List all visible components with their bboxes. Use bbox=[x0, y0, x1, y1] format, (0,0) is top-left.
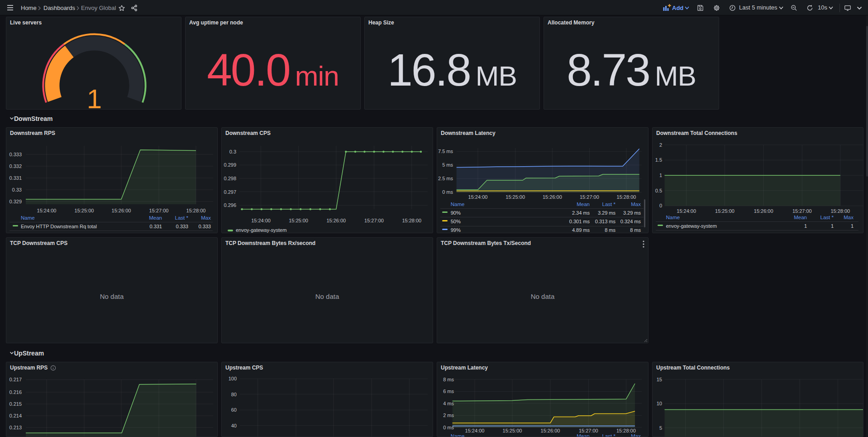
svg-text:15: 15 bbox=[657, 377, 662, 382]
svg-text:15:25:00: 15:25:00 bbox=[506, 194, 525, 200]
svg-text:15:24:00: 15:24:00 bbox=[465, 428, 485, 433]
svg-text:0.329: 0.329 bbox=[9, 199, 22, 204]
svg-text:0.297: 0.297 bbox=[224, 189, 236, 195]
svg-text:15:28:00: 15:28:00 bbox=[830, 208, 850, 214]
svg-text:0.298: 0.298 bbox=[224, 176, 236, 181]
svg-text:0: 0 bbox=[659, 203, 662, 208]
svg-text:15:27:00: 15:27:00 bbox=[580, 194, 599, 200]
svg-text:15:26:00: 15:26:00 bbox=[112, 208, 131, 213]
svg-text:10: 10 bbox=[657, 401, 662, 406]
svg-text:15:25:00: 15:25:00 bbox=[289, 218, 308, 223]
svg-text:0.299: 0.299 bbox=[224, 162, 236, 168]
svg-text:15:27:00: 15:27:00 bbox=[792, 208, 812, 214]
svg-text:15:26:00: 15:26:00 bbox=[326, 218, 346, 223]
svg-text:0.213: 0.213 bbox=[9, 425, 22, 430]
svg-text:5 ms: 5 ms bbox=[442, 162, 453, 168]
svg-text:15:27:00: 15:27:00 bbox=[364, 218, 384, 223]
svg-text:0.3: 0.3 bbox=[229, 149, 236, 154]
svg-text:0 ms: 0 ms bbox=[442, 189, 453, 195]
svg-text:2: 2 bbox=[659, 142, 662, 148]
svg-text:1.5: 1.5 bbox=[655, 157, 662, 163]
svg-text:15:24:00: 15:24:00 bbox=[251, 218, 271, 223]
svg-text:8 ms: 8 ms bbox=[443, 377, 454, 382]
svg-text:1: 1 bbox=[87, 84, 102, 110]
svg-text:0.333: 0.333 bbox=[9, 152, 22, 157]
svg-text:15:28:00: 15:28:00 bbox=[186, 208, 206, 213]
svg-text:15:26:00: 15:26:00 bbox=[541, 428, 560, 433]
svg-text:15:24:00: 15:24:00 bbox=[37, 208, 57, 213]
svg-text:60: 60 bbox=[231, 407, 237, 413]
svg-text:1: 1 bbox=[659, 173, 662, 178]
svg-text:0.5: 0.5 bbox=[655, 188, 662, 193]
svg-text:15:27:00: 15:27:00 bbox=[149, 208, 169, 213]
svg-text:2.5 ms: 2.5 ms bbox=[438, 176, 453, 181]
svg-text:0.214: 0.214 bbox=[9, 413, 22, 418]
svg-text:0.33: 0.33 bbox=[12, 187, 22, 192]
svg-text:80: 80 bbox=[231, 392, 237, 397]
svg-text:15:28:00: 15:28:00 bbox=[616, 428, 636, 433]
svg-text:15:26:00: 15:26:00 bbox=[543, 194, 562, 200]
svg-text:0.296: 0.296 bbox=[224, 202, 236, 208]
svg-text:100: 100 bbox=[229, 376, 237, 381]
svg-text:15:28:00: 15:28:00 bbox=[402, 218, 421, 223]
svg-text:5: 5 bbox=[659, 425, 662, 431]
svg-text:15:28:00: 15:28:00 bbox=[617, 194, 636, 200]
svg-text:0.332: 0.332 bbox=[9, 163, 22, 169]
svg-text:6 ms: 6 ms bbox=[443, 389, 454, 394]
svg-text:40: 40 bbox=[231, 423, 237, 428]
svg-text:15:24:00: 15:24:00 bbox=[677, 208, 696, 214]
svg-text:15:24:00: 15:24:00 bbox=[468, 194, 488, 200]
svg-text:15:26:00: 15:26:00 bbox=[754, 208, 773, 214]
svg-text:15:25:00: 15:25:00 bbox=[503, 428, 522, 433]
svg-text:7.5 ms: 7.5 ms bbox=[438, 149, 453, 154]
svg-text:0.217: 0.217 bbox=[9, 377, 22, 382]
svg-text:15:25:00: 15:25:00 bbox=[75, 208, 94, 213]
svg-text:0.216: 0.216 bbox=[9, 389, 22, 395]
svg-text:0.215: 0.215 bbox=[9, 401, 22, 407]
svg-text:15:25:00: 15:25:00 bbox=[715, 208, 734, 214]
svg-text:15:27:00: 15:27:00 bbox=[579, 428, 598, 433]
svg-text:0.331: 0.331 bbox=[9, 175, 22, 181]
